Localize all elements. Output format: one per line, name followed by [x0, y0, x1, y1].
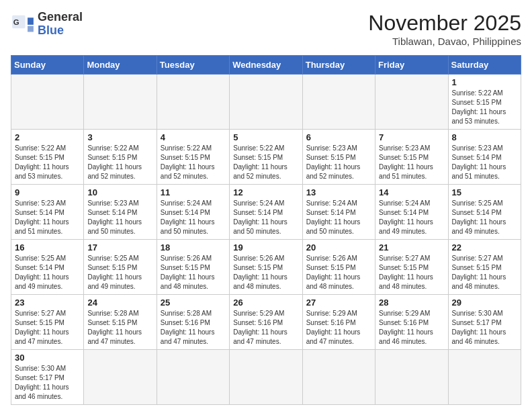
- day-info: Sunrise: 5:22 AMSunset: 5:15 PMDaylight:…: [161, 144, 226, 181]
- calendar-cell: 2Sunrise: 5:22 AMSunset: 5:15 PMDaylight…: [11, 130, 84, 185]
- day-info: Sunrise: 5:28 AMSunset: 5:16 PMDaylight:…: [161, 309, 226, 347]
- calendar-cell: [302, 75, 375, 130]
- day-number: 24: [87, 298, 152, 308]
- calendar-cell: 11Sunrise: 5:24 AMSunset: 5:14 PMDayligh…: [157, 185, 229, 240]
- day-number: 2: [15, 132, 80, 142]
- weekday-header-sunday: Sunday: [11, 56, 84, 75]
- calendar-cell: 12Sunrise: 5:24 AMSunset: 5:14 PMDayligh…: [230, 185, 302, 240]
- day-info: Sunrise: 5:24 AMSunset: 5:14 PMDaylight:…: [233, 199, 298, 236]
- day-number: 4: [161, 132, 226, 142]
- calendar-cell: 29Sunrise: 5:30 AMSunset: 5:17 PMDayligh…: [448, 295, 521, 350]
- calendar-cell: [230, 350, 302, 405]
- month-title: November 2025: [368, 11, 521, 36]
- calendar-cell: 23Sunrise: 5:27 AMSunset: 5:15 PMDayligh…: [11, 295, 84, 350]
- day-number: 19: [233, 242, 298, 253]
- day-number: 29: [452, 298, 517, 308]
- day-info: Sunrise: 5:26 AMSunset: 5:15 PMDaylight:…: [233, 254, 298, 291]
- day-info: Sunrise: 5:30 AMSunset: 5:17 PMDaylight:…: [15, 364, 80, 402]
- weekday-header-tuesday: Tuesday: [157, 56, 229, 75]
- day-number: 20: [306, 242, 371, 253]
- day-info: Sunrise: 5:25 AMSunset: 5:14 PMDaylight:…: [452, 199, 517, 236]
- calendar-cell: 5Sunrise: 5:22 AMSunset: 5:15 PMDaylight…: [230, 130, 302, 185]
- day-info: Sunrise: 5:24 AMSunset: 5:14 PMDaylight:…: [379, 199, 444, 236]
- calendar-cell: 17Sunrise: 5:25 AMSunset: 5:15 PMDayligh…: [84, 240, 157, 295]
- day-number: 22: [452, 242, 517, 253]
- day-number: 26: [233, 298, 298, 308]
- day-number: 7: [379, 132, 444, 142]
- day-number: 25: [161, 298, 226, 308]
- day-info: Sunrise: 5:24 AMSunset: 5:14 PMDaylight:…: [161, 199, 226, 236]
- calendar-cell: 15Sunrise: 5:25 AMSunset: 5:14 PMDayligh…: [448, 185, 521, 240]
- day-info: Sunrise: 5:27 AMSunset: 5:15 PMDaylight:…: [452, 254, 517, 291]
- day-number: 18: [161, 242, 226, 253]
- calendar-cell: 18Sunrise: 5:26 AMSunset: 5:15 PMDayligh…: [157, 240, 229, 295]
- weekday-header-monday: Monday: [84, 56, 157, 75]
- svg-text:G: G: [13, 18, 19, 26]
- weekday-header-wednesday: Wednesday: [230, 56, 302, 75]
- calendar-cell: 14Sunrise: 5:24 AMSunset: 5:14 PMDayligh…: [375, 185, 448, 240]
- day-info: Sunrise: 5:25 AMSunset: 5:15 PMDaylight:…: [87, 254, 152, 291]
- calendar-cell: 20Sunrise: 5:26 AMSunset: 5:15 PMDayligh…: [302, 240, 375, 295]
- day-number: 30: [15, 353, 80, 363]
- day-info: Sunrise: 5:29 AMSunset: 5:16 PMDaylight:…: [379, 309, 444, 347]
- logo-icon: G: [11, 14, 35, 34]
- day-number: 8: [452, 132, 517, 142]
- location-subtitle: Tiblawan, Davao, Philippines: [368, 36, 521, 47]
- calendar-cell: 22Sunrise: 5:27 AMSunset: 5:15 PMDayligh…: [448, 240, 521, 295]
- day-info: Sunrise: 5:23 AMSunset: 5:14 PMDaylight:…: [15, 199, 80, 236]
- title-area: November 2025 Tiblawan, Davao, Philippin…: [368, 11, 521, 47]
- calendar-week-2: 2Sunrise: 5:22 AMSunset: 5:15 PMDaylight…: [11, 130, 521, 185]
- svg-marker-2: [28, 17, 34, 25]
- day-number: 27: [306, 298, 371, 308]
- day-number: 16: [15, 242, 80, 253]
- day-number: 3: [87, 132, 152, 142]
- day-number: 10: [87, 187, 152, 197]
- day-info: Sunrise: 5:27 AMSunset: 5:15 PMDaylight:…: [379, 254, 444, 291]
- header: G General Blue November 2025 Tiblawan, D…: [11, 11, 521, 47]
- calendar-cell: 24Sunrise: 5:28 AMSunset: 5:15 PMDayligh…: [84, 295, 157, 350]
- day-info: Sunrise: 5:22 AMSunset: 5:15 PMDaylight:…: [15, 144, 80, 181]
- day-info: Sunrise: 5:26 AMSunset: 5:15 PMDaylight:…: [306, 254, 371, 291]
- weekday-header-friday: Friday: [375, 56, 448, 75]
- logo-general: General: [38, 10, 83, 24]
- logo-blue: Blue: [38, 24, 64, 37]
- day-number: 14: [379, 187, 444, 197]
- logo: G General Blue: [11, 11, 83, 38]
- day-info: Sunrise: 5:29 AMSunset: 5:16 PMDaylight:…: [306, 309, 371, 347]
- calendar-cell: [302, 350, 375, 405]
- day-number: 21: [379, 242, 444, 253]
- calendar-body: 1Sunrise: 5:22 AMSunset: 5:15 PMDaylight…: [11, 75, 521, 405]
- calendar-table: SundayMondayTuesdayWednesdayThursdayFrid…: [11, 55, 521, 405]
- calendar-cell: 19Sunrise: 5:26 AMSunset: 5:15 PMDayligh…: [230, 240, 302, 295]
- day-info: Sunrise: 5:25 AMSunset: 5:14 PMDaylight:…: [15, 254, 80, 291]
- weekday-header-saturday: Saturday: [448, 56, 521, 75]
- calendar-cell: 4Sunrise: 5:22 AMSunset: 5:15 PMDaylight…: [157, 130, 229, 185]
- calendar-cell: 26Sunrise: 5:29 AMSunset: 5:16 PMDayligh…: [230, 295, 302, 350]
- day-number: 28: [379, 298, 444, 308]
- calendar-cell: 30Sunrise: 5:30 AMSunset: 5:17 PMDayligh…: [11, 350, 84, 405]
- calendar-cell: [375, 350, 448, 405]
- calendar-week-3: 9Sunrise: 5:23 AMSunset: 5:14 PMDaylight…: [11, 185, 521, 240]
- calendar-cell: [84, 350, 157, 405]
- day-info: Sunrise: 5:28 AMSunset: 5:15 PMDaylight:…: [87, 309, 152, 347]
- calendar-cell: [11, 75, 84, 130]
- day-number: 23: [15, 298, 80, 308]
- calendar-cell: 8Sunrise: 5:23 AMSunset: 5:14 PMDaylight…: [448, 130, 521, 185]
- calendar-week-6: 30Sunrise: 5:30 AMSunset: 5:17 PMDayligh…: [11, 350, 521, 405]
- calendar-cell: [375, 75, 448, 130]
- day-info: Sunrise: 5:23 AMSunset: 5:15 PMDaylight:…: [379, 144, 444, 181]
- day-info: Sunrise: 5:23 AMSunset: 5:15 PMDaylight:…: [306, 144, 371, 181]
- day-info: Sunrise: 5:23 AMSunset: 5:14 PMDaylight:…: [87, 199, 152, 236]
- day-number: 12: [233, 187, 298, 197]
- calendar-cell: 27Sunrise: 5:29 AMSunset: 5:16 PMDayligh…: [302, 295, 375, 350]
- day-number: 9: [15, 187, 80, 197]
- calendar-cell: 9Sunrise: 5:23 AMSunset: 5:14 PMDaylight…: [11, 185, 84, 240]
- calendar-cell: 6Sunrise: 5:23 AMSunset: 5:15 PMDaylight…: [302, 130, 375, 185]
- calendar-cell: 16Sunrise: 5:25 AMSunset: 5:14 PMDayligh…: [11, 240, 84, 295]
- calendar-cell: [157, 75, 229, 130]
- calendar-cell: 1Sunrise: 5:22 AMSunset: 5:15 PMDaylight…: [448, 75, 521, 130]
- calendar-cell: [230, 75, 302, 130]
- day-info: Sunrise: 5:30 AMSunset: 5:17 PMDaylight:…: [452, 309, 517, 347]
- day-info: Sunrise: 5:22 AMSunset: 5:15 PMDaylight:…: [233, 144, 298, 181]
- calendar-week-1: 1Sunrise: 5:22 AMSunset: 5:15 PMDaylight…: [11, 75, 521, 130]
